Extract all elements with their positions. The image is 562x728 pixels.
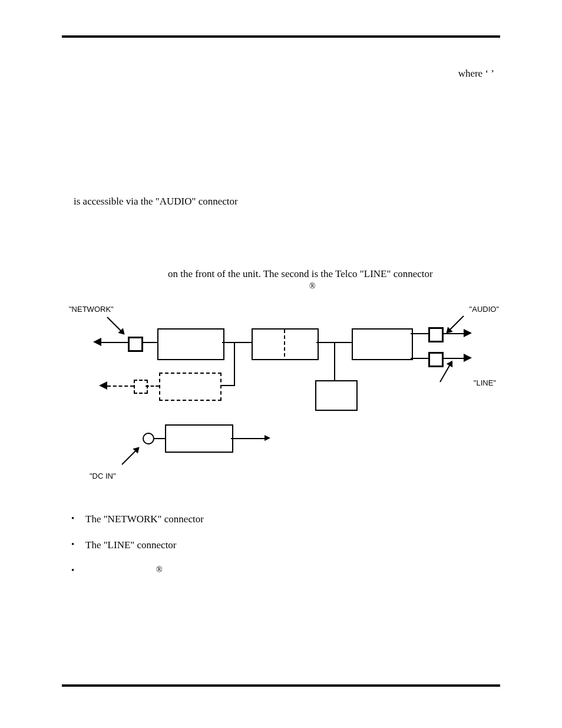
bullet-list: The "NETWORK" connector The "LINE" conne… <box>62 513 500 579</box>
net-out-line <box>101 342 128 343</box>
text-wherex: where ‘ ’ <box>458 68 494 79</box>
para-where-x: where ‘ ’ <box>62 67 500 81</box>
line-out-line <box>442 358 465 359</box>
page: where ‘ ’ is accessible via the "AUDIO" … <box>0 0 562 728</box>
label-audio: "AUDIO" <box>470 305 499 314</box>
wire-net-box1 <box>141 342 157 343</box>
label-network: "NETWORK" <box>69 305 114 314</box>
wire-box3-line <box>411 358 428 359</box>
bullet-3: ® <box>85 565 500 579</box>
text-audio: is accessible via the "AUDIO" connector <box>74 196 238 207</box>
drop-to-smallbox <box>334 342 335 380</box>
wire-box3-audio <box>411 333 428 334</box>
block-diagram: "NETWORK" "AUDIO" "LINE" "DC IN" <box>75 305 487 482</box>
opt-out-arrowhead <box>99 381 107 390</box>
wire-box1-box2 <box>222 342 252 343</box>
block-3 <box>352 328 413 360</box>
psu-out-arrowhead <box>265 435 270 441</box>
t-to-optbox <box>219 385 235 386</box>
footer-rule <box>62 684 500 687</box>
line-out-arrowhead <box>464 354 472 362</box>
psu-block <box>165 424 233 453</box>
t-down-line <box>234 342 235 386</box>
bullet-2: The "LINE" connector <box>85 539 500 551</box>
bullet-2-text: The "LINE" connector <box>85 539 177 551</box>
block-2-divider <box>284 330 285 357</box>
block-2 <box>252 328 319 360</box>
audio-connector-box <box>428 327 444 342</box>
reg-symbol-1: ® <box>309 281 316 292</box>
text-front: on the front of the unit. The second is … <box>168 268 433 279</box>
line-connector-box <box>428 352 444 367</box>
optional-block <box>159 373 222 401</box>
opt-out-line <box>107 386 134 387</box>
network-pointer <box>107 317 124 335</box>
net-out-arrowhead <box>93 338 101 346</box>
dcin-pointer <box>121 447 139 465</box>
para-front: on the front of the unit. The second is … <box>62 268 500 297</box>
block-1 <box>157 328 224 360</box>
audio-out-arrowhead <box>464 329 472 337</box>
network-connector-box <box>128 337 143 352</box>
label-dcin: "DC IN" <box>90 472 116 480</box>
opt-wire <box>146 386 159 387</box>
reg-symbol-2: ® <box>156 565 163 574</box>
psu-out-line <box>231 438 266 439</box>
optional-connector-box <box>134 380 148 394</box>
block-4 <box>315 380 358 411</box>
label-line: "LINE" <box>474 378 496 387</box>
bullet-1: The "NETWORK" connector <box>85 513 500 525</box>
audio-pointer <box>447 316 464 334</box>
bullet-1-text: The "NETWORK" connector <box>85 513 204 525</box>
dc-to-psu <box>153 438 165 439</box>
para-audio: is accessible via the "AUDIO" connector <box>62 195 500 209</box>
audio-out-line <box>442 333 465 334</box>
dc-in-jack <box>143 433 154 444</box>
